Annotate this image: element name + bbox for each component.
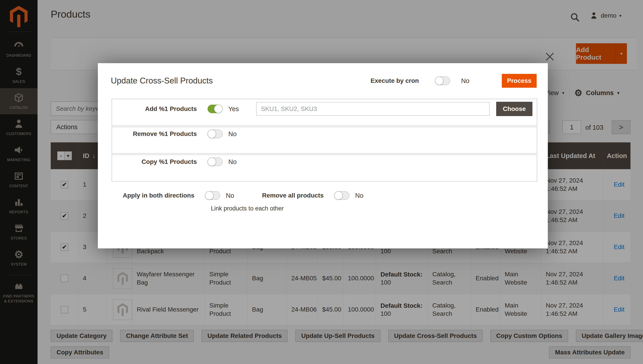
choose-button[interactable]: Choose [496, 102, 532, 116]
toggle-state-label: No [228, 158, 237, 166]
toggle-knob [205, 191, 214, 200]
process-button[interactable]: Process [502, 74, 537, 88]
link-products-note: Link products to each other [211, 205, 537, 212]
remove-products-box: Remove %1 Products No [112, 127, 537, 154]
copy-products-box: Copy %1 Products No [112, 155, 537, 182]
copy-products-toggle[interactable] [208, 158, 222, 166]
remove-products-toggle[interactable] [208, 130, 222, 138]
add-products-box: Add %1 Products Yes Choose [112, 99, 537, 126]
update-cross-sell-modal: Update Cross-Sell Products Execute by cr… [98, 63, 548, 248]
execute-by-cron-label: Execute by cron [371, 77, 419, 84]
execute-by-cron-toggle[interactable] [435, 76, 450, 85]
magento-admin-screen: DASHBOARD $ SALES CATALOG CUSTOMERS [0, 0, 643, 364]
modal-footer-options: Apply in both directions No Remove all p… [112, 191, 537, 212]
toggle-state-label: No [355, 192, 363, 199]
toggle-state-label: No [228, 130, 237, 138]
sku-list-input[interactable] [256, 102, 490, 116]
remove-products-label: Remove %1 Products [116, 130, 197, 138]
remove-all-products-label: Remove all products [262, 192, 324, 199]
toggle-knob [214, 105, 222, 113]
toggle-knob [334, 191, 343, 200]
apply-both-directions-toggle[interactable] [205, 191, 220, 200]
toggle-state-label: No [226, 192, 234, 199]
modal-option-boxes: Add %1 Products Yes Choose Remove %1 Pro… [112, 99, 537, 182]
remove-all-products-toggle[interactable] [334, 191, 349, 200]
execute-by-cron-control: Execute by cron No [371, 76, 469, 85]
modal-title: Update Cross-Sell Products [111, 76, 213, 86]
apply-both-directions-label: Apply in both directions [112, 192, 194, 199]
toggle-state-label: Yes [228, 105, 239, 113]
toggle-state-label: No [461, 77, 469, 84]
modal-header: Update Cross-Sell Products Execute by cr… [98, 63, 548, 88]
add-products-label: Add %1 Products [116, 105, 197, 113]
toggle-knob [208, 158, 216, 166]
toggle-knob [435, 76, 444, 85]
close-icon[interactable] [545, 52, 555, 62]
toggle-knob [208, 130, 216, 138]
copy-products-label: Copy %1 Products [116, 158, 197, 166]
add-products-toggle[interactable] [208, 105, 222, 113]
